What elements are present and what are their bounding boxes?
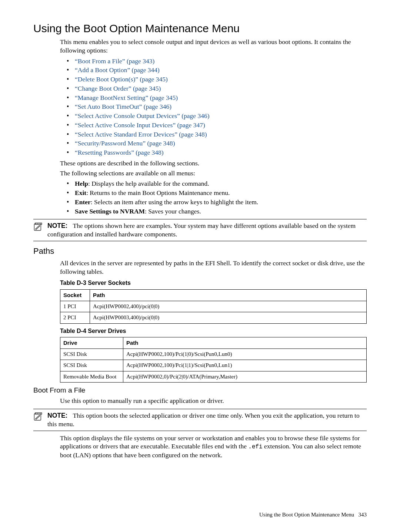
footer-page: 343 (359, 512, 367, 518)
note-label: NOTE: (47, 412, 67, 419)
toc-item[interactable]: “Add a Boot Option” (page 344) (67, 66, 367, 74)
svg-point-3 (37, 223, 38, 224)
note-text: NOTE:The options shown here are examples… (47, 222, 367, 239)
note-icon (33, 222, 43, 232)
toc-link[interactable]: “Set Auto Boot TimeOut” (page 346) (75, 103, 171, 110)
server-drives-table: Drive Path SCSI Disk Acpi(HWP0002,100)/P… (60, 337, 367, 383)
toc-link[interactable]: “Select Active Console Output Devices” (… (75, 112, 210, 119)
table-cell: Removable Media Boot (60, 371, 123, 383)
cmd-label: Help (75, 180, 88, 187)
svg-point-8 (36, 413, 36, 414)
table-cell: SCSI Disk (60, 349, 123, 360)
page-title: Using the Boot Option Maintenance Menu (33, 22, 367, 35)
toc-item[interactable]: “Resetting Passwords” (page 348) (67, 148, 367, 157)
note-label: NOTE: (47, 222, 67, 229)
table-header: Path (123, 337, 367, 349)
cmd-text: : Displays the help available for the co… (88, 180, 209, 187)
note-text: NOTE:This option boots the selected appl… (47, 411, 367, 428)
toc-item[interactable]: “Security/Password Menu” (page 348) (67, 139, 367, 148)
toc-item[interactable]: “Select Active Console Output Devices” (… (67, 112, 367, 120)
toc-item[interactable]: “Manage BootNext Setting” (page 345) (67, 94, 367, 102)
menu-command-item: Help: Displays the help available for th… (67, 179, 367, 188)
paths-intro: All devices in the server are represente… (60, 259, 367, 276)
table-cell: 1 PCI (60, 301, 90, 312)
main-content: This menu enables you to select console … (60, 38, 367, 215)
table-cell: Acpi(HWP0003,400)/pci(0|0) (90, 312, 367, 324)
table-cell: Acpi(HWP0002,100)/Pci(1|0)/Scsi(Pun0,Lun… (123, 349, 367, 360)
table-caption: Table D-3 Server Sockets (60, 279, 367, 287)
intro-paragraph: This menu enables you to select console … (60, 38, 367, 55)
boot-file-paragraph: This option displays the file systems on… (60, 434, 367, 459)
table-cell: SCSI Disk (60, 360, 123, 371)
paths-heading: Paths (33, 246, 367, 256)
toc-link[interactable]: “Resetting Passwords” (page 348) (75, 149, 164, 156)
cmd-text: : Selects an item after using the arrow … (91, 198, 258, 206)
cmd-text: : Returns to the main Boot Options Maint… (86, 189, 230, 196)
toc-item[interactable]: “Select Active Console Input Devices” (p… (67, 121, 367, 129)
toc-link[interactable]: “Select Active Standard Error Devices” (… (75, 131, 207, 138)
menu-command-item: Enter: Selects an item after using the a… (67, 198, 367, 206)
svg-point-10 (39, 413, 39, 414)
toc-link[interactable]: “Delete Boot Option(s)” (page 345) (75, 75, 168, 83)
cmd-label: Save Settings to NVRAM (75, 208, 145, 215)
toc-item[interactable]: “Change Boot Order” (page 345) (67, 84, 367, 93)
table-row: SCSI Disk Acpi(HWP0002,100)/Pci(1|1)/Scs… (60, 360, 367, 371)
cmd-text: : Saves your changes. (145, 208, 201, 215)
toc-link[interactable]: “Boot From a File” (page 343) (75, 57, 154, 65)
toc-item[interactable]: “Boot From a File” (page 343) (67, 57, 367, 65)
note-block: NOTE:The options shown here are examples… (33, 219, 367, 241)
boot-from-file-intro: Use this option to manually run a specif… (60, 397, 367, 405)
svg-point-5 (40, 223, 41, 224)
table-header: Socket (60, 290, 90, 301)
note-body: This option boots the selected applicati… (47, 412, 360, 428)
table-caption: Table D-4 Server Drives (60, 327, 367, 335)
toc-link[interactable]: “Change Boot Order” (page 345) (75, 85, 161, 92)
toc-item[interactable]: “Delete Boot Option(s)” (page 345) (67, 75, 367, 84)
table-row: Removable Media Boot Acpi(HWP0002,0)/Pci… (60, 371, 367, 383)
note-body: The options shown here are examples. You… (47, 222, 356, 238)
toc-link[interactable]: “Select Active Console Input Devices” (p… (75, 121, 205, 129)
menu-commands-list: Help: Displays the help available for th… (67, 179, 367, 215)
svg-point-2 (36, 223, 36, 224)
paths-content: All devices in the server are represente… (60, 259, 367, 383)
svg-point-4 (39, 223, 39, 224)
cmd-label: Exit (75, 189, 86, 196)
note-block: NOTE:This option boots the selected appl… (33, 409, 367, 431)
menu-command-item: Save Settings to NVRAM: Saves your chang… (67, 207, 367, 216)
table-row: 2 PCI Acpi(HWP0003,400)/pci(0|0) (60, 312, 367, 324)
toc-item[interactable]: “Set Auto Boot TimeOut” (page 346) (67, 102, 367, 111)
table-header: Drive (60, 337, 123, 349)
desc-paragraph: The following selections are available o… (60, 169, 367, 178)
table-cell: Acpi(HWP0002,100)/Pci(1|1)/Scsi(Pun0,Lun… (123, 360, 367, 371)
svg-point-11 (40, 413, 41, 414)
toc-list: “Boot From a File” (page 343) “Add a Boo… (67, 57, 367, 157)
boot-from-file-heading: Boot From a File (33, 386, 367, 394)
toc-link[interactable]: “Manage BootNext Setting” (page 345) (75, 94, 178, 101)
toc-item[interactable]: “Select Active Standard Error Devices” (… (67, 130, 367, 139)
note-icon (33, 412, 43, 422)
table-cell: 2 PCI (60, 312, 90, 324)
table-cell: Acpi(HWP0002,400)/pci(0|0) (90, 301, 367, 312)
table-row: 1 PCI Acpi(HWP0002,400)/pci(0|0) (60, 301, 367, 312)
footer-text: Using the Boot Option Maintenance Menu (259, 512, 354, 518)
page-footer: Using the Boot Option Maintenance Menu 3… (259, 512, 367, 518)
cmd-label: Enter (75, 198, 91, 206)
table-cell: Acpi(HWP0002,0)/Pci(2|0)/ATA(Primary,Mas… (123, 371, 367, 383)
boot-from-file-content: Use this option to manually run a specif… (60, 397, 367, 405)
table-row: SCSI Disk Acpi(HWP0002,100)/Pci(1|0)/Scs… (60, 349, 367, 360)
menu-command-item: Exit: Returns to the main Boot Options M… (67, 189, 367, 197)
svg-point-9 (37, 413, 38, 414)
file-extension: .efi (248, 444, 262, 450)
toc-link[interactable]: “Add a Boot Option” (page 344) (75, 66, 160, 74)
toc-link[interactable]: “Security/Password Menu” (page 348) (75, 139, 175, 147)
table-header: Path (90, 290, 367, 301)
desc-paragraph: These options are described in the follo… (60, 159, 367, 168)
server-sockets-table: Socket Path 1 PCI Acpi(HWP0002,400)/pci(… (60, 289, 367, 324)
boot-from-file-details: This option displays the file systems on… (60, 434, 367, 459)
